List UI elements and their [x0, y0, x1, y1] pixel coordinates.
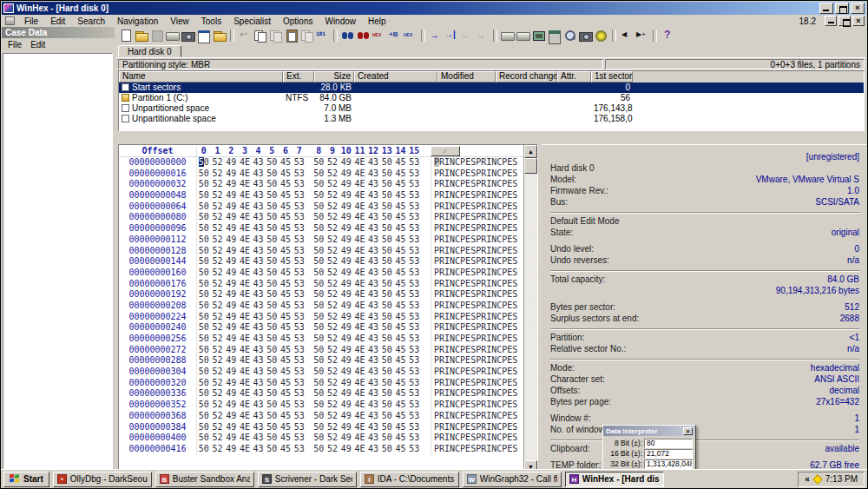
- tray-volume-icon[interactable]: [812, 474, 822, 484]
- column-header-modified[interactable]: Modified: [437, 71, 496, 83]
- data-interpreter-window[interactable]: Data Interpreter × 8 Bit (±):8016 Bit (±…: [602, 425, 696, 472]
- find-again-icon[interactable]: [356, 29, 372, 42]
- mdi-restore-button[interactable]: [838, 16, 851, 26]
- menu-help[interactable]: Help: [362, 16, 392, 27]
- hex-row[interactable]: 000000000485052494E435045535052494E43504…: [119, 190, 537, 202]
- hex-row[interactable]: 000000000805052494E435045535052494E43504…: [119, 212, 537, 223]
- open-folder-icon[interactable]: [212, 29, 227, 42]
- hex-row[interactable]: 000000003845052494E435045535052494E43504…: [119, 422, 537, 433]
- table-row-partition-1-c[interactable]: Partition 1 (C:)NTFS84.0 GB56: [119, 93, 864, 103]
- new-file-icon[interactable]: [118, 29, 134, 42]
- menu-specialist[interactable]: Specialist: [227, 16, 277, 27]
- mdi-minimize-button[interactable]: [825, 16, 837, 26]
- task-ida-c-documents-and[interactable]: IIDA - C:\Documents and ...: [360, 472, 459, 487]
- menu-file[interactable]: File: [18, 16, 44, 27]
- pane-splitter[interactable]: [116, 131, 866, 144]
- case-menu-edit[interactable]: Edit: [26, 40, 49, 50]
- table-row-unpartitionable-space[interactable]: Unpartitionable space1.3 MB176,158,0...: [119, 114, 864, 124]
- scrollbar-thumb[interactable]: [524, 158, 537, 174]
- column-header-1st-sector[interactable]: 1st sector▲: [591, 71, 633, 83]
- find-text-icon[interactable]: [340, 29, 356, 42]
- menu-navigation[interactable]: Navigation: [111, 16, 164, 27]
- hex-row[interactable]: 000000003205052494E435045535052494E43504…: [119, 378, 537, 389]
- minimize-button[interactable]: [819, 3, 833, 14]
- tab-hard-disk-0[interactable]: Hard disk 0: [118, 45, 181, 57]
- data-interpreter-title[interactable]: Data Interpreter ×: [603, 426, 695, 436]
- snapshot-icon[interactable]: [578, 29, 594, 42]
- hex-row[interactable]: 000000002885052494E435045535052494E43504…: [119, 355, 537, 367]
- hex-row[interactable]: 000000003045052494E435045535052494E43504…: [119, 367, 537, 378]
- table-row-start-sectors[interactable]: Start sectors28.0 KB0: [119, 83, 864, 93]
- tray-chevron-icon[interactable]: «: [805, 474, 810, 484]
- column-header-created[interactable]: Created: [354, 71, 437, 83]
- column-header-name[interactable]: Name: [119, 71, 283, 83]
- data-interpreter-close-icon[interactable]: ×: [683, 427, 693, 435]
- start-button[interactable]: Start: [3, 472, 49, 487]
- goto-offset-icon[interactable]: [428, 29, 444, 42]
- task-scrivener-dark-seoul-a[interactable]: SScrivener - Dark Seoul A...: [258, 472, 357, 487]
- mdi-close-button[interactable]: ×: [852, 16, 865, 26]
- menu-edit[interactable]: Edit: [44, 16, 71, 27]
- column-header-record-changed[interactable]: Record changed: [496, 71, 557, 83]
- table-row-unpartitioned-space[interactable]: Unpartitioned space7.0 MB176,143,8...: [119, 103, 864, 114]
- hex-row[interactable]: 000000004165052494E435045535052494E43504…: [119, 444, 537, 455]
- hex-row[interactable]: 000000001285052494E435045535052494E43504…: [119, 246, 537, 257]
- hex-row[interactable]: 000000000645052494E435045535052494E43504…: [119, 202, 537, 213]
- menu-view[interactable]: View: [164, 16, 195, 27]
- hex-row[interactable]: 000000001125052494E435045535052494E43504…: [119, 235, 537, 246]
- replace-hex-icon[interactable]: [403, 29, 418, 42]
- hex-row[interactable]: 000000000325052494E435045535052494E43504…: [119, 179, 537, 190]
- menu-tools[interactable]: Tools: [195, 16, 227, 27]
- hex-ascii-dropdown-button[interactable]: ✓: [431, 146, 460, 156]
- hex-row[interactable]: 000000000165052494E435045535052494E43504…: [119, 169, 537, 180]
- convert-binary-icon[interactable]: [315, 29, 331, 42]
- scroll-up-icon[interactable]: ▲: [524, 145, 537, 158]
- open-disk-icon[interactable]: [500, 29, 516, 42]
- open-file-icon[interactable]: [134, 29, 149, 42]
- winhex-app-icon[interactable]: [3, 3, 14, 13]
- close-button[interactable]: ×: [851, 3, 865, 14]
- print-icon[interactable]: [181, 29, 196, 42]
- task-buster-sandbox-analyzer[interactable]: BBuster Sandbox Analyzer: [155, 472, 254, 487]
- hex-editor[interactable]: Offset0123456789101112131415✓ 0000000000…: [118, 144, 538, 474]
- menu-window[interactable]: Window: [319, 16, 362, 27]
- hex-row[interactable]: 000000001925052494E435045535052494E43504…: [119, 289, 537, 301]
- hex-row[interactable]: 000000002085052494E435045535052494E43504…: [119, 301, 537, 312]
- clone-disk-icon[interactable]: [516, 29, 531, 42]
- task-winhex-hard-disk-0[interactable]: HWinHex - [Hard disk 0]: [565, 472, 664, 487]
- copy-icon[interactable]: [253, 29, 268, 42]
- replace-text-icon[interactable]: [387, 29, 403, 42]
- find-hex-icon[interactable]: [372, 29, 387, 42]
- hex-row[interactable]: 000000000965052494E435045535052494E43504…: [119, 223, 537, 235]
- paste-icon[interactable]: [284, 29, 299, 42]
- hex-row[interactable]: 000000000005052494E435045535052494E43504…: [119, 157, 537, 169]
- document-icon[interactable]: [5, 17, 15, 25]
- restore-button[interactable]: [835, 3, 849, 14]
- hex-row[interactable]: 000000003525052494E435045535052494E43504…: [119, 400, 537, 411]
- next-window-icon[interactable]: [635, 29, 650, 42]
- task-wingraph32-call-flow-o[interactable]: WWinGraph32 - Call flow o...: [463, 472, 562, 487]
- hex-row[interactable]: 000000002565052494E435045535052494E43504…: [119, 334, 537, 345]
- hex-row[interactable]: 000000001445052494E435045535052494E43504…: [119, 256, 537, 268]
- task-ollydbg-darkseoul-d84[interactable]: *OllyDbg - DarkSeoul_D84...: [53, 472, 152, 487]
- find-lost-data-icon[interactable]: [562, 29, 578, 42]
- calculator-icon[interactable]: [547, 29, 562, 42]
- open-ram-icon[interactable]: [531, 29, 547, 42]
- case-data-list[interactable]: [3, 53, 113, 486]
- create-disk-image-icon[interactable]: [165, 29, 181, 42]
- hex-row[interactable]: 000000003365052494E435045535052494E43504…: [119, 388, 537, 400]
- case-menu-file[interactable]: File: [3, 40, 26, 50]
- hex-row[interactable]: 000000001605052494E435045535052494E43504…: [119, 268, 537, 279]
- previous-window-icon[interactable]: [619, 29, 635, 42]
- hex-row[interactable]: 000000001765052494E435045535052494E43504…: [119, 279, 537, 290]
- hex-row[interactable]: 000000004005052494E435045535052494E43504…: [119, 433, 537, 444]
- column-header-ext[interactable]: Ext.: [283, 71, 314, 83]
- hex-row[interactable]: 000000003685052494E435045535052494E43504…: [119, 411, 537, 422]
- help-icon[interactable]: [660, 29, 675, 42]
- column-header-size[interactable]: Size: [314, 71, 354, 83]
- hex-row[interactable]: 000000002245052494E435045535052494E43504…: [119, 312, 537, 323]
- hex-row[interactable]: 000000002725052494E435045535052494E43504…: [119, 345, 537, 356]
- menu-options[interactable]: Options: [277, 16, 319, 27]
- column-header-attr[interactable]: Attr.: [557, 71, 591, 83]
- hex-row[interactable]: 000000002405052494E435045535052494E43504…: [119, 322, 537, 334]
